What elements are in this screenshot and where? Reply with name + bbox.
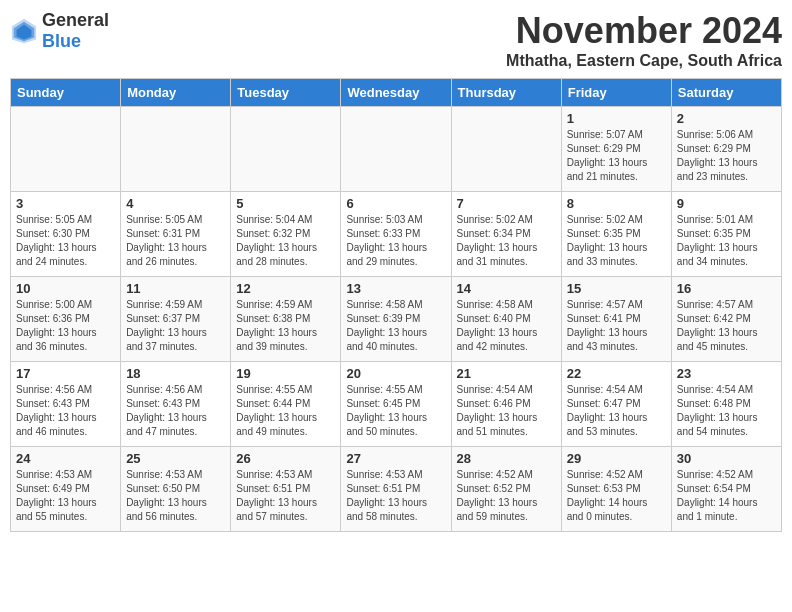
day-number: 30	[677, 451, 776, 466]
day-number: 4	[126, 196, 225, 211]
calendar-cell: 28Sunrise: 4:52 AM Sunset: 6:52 PM Dayli…	[451, 447, 561, 532]
day-number: 29	[567, 451, 666, 466]
calendar-cell: 7Sunrise: 5:02 AM Sunset: 6:34 PM Daylig…	[451, 192, 561, 277]
day-info: Sunrise: 5:01 AM Sunset: 6:35 PM Dayligh…	[677, 213, 776, 269]
month-title: November 2024	[506, 10, 782, 52]
day-number: 14	[457, 281, 556, 296]
day-info: Sunrise: 5:03 AM Sunset: 6:33 PM Dayligh…	[346, 213, 445, 269]
day-info: Sunrise: 4:53 AM Sunset: 6:49 PM Dayligh…	[16, 468, 115, 524]
day-number: 3	[16, 196, 115, 211]
day-number: 5	[236, 196, 335, 211]
day-number: 15	[567, 281, 666, 296]
calendar-cell: 30Sunrise: 4:52 AM Sunset: 6:54 PM Dayli…	[671, 447, 781, 532]
day-info: Sunrise: 4:56 AM Sunset: 6:43 PM Dayligh…	[16, 383, 115, 439]
day-number: 21	[457, 366, 556, 381]
day-info: Sunrise: 4:55 AM Sunset: 6:45 PM Dayligh…	[346, 383, 445, 439]
calendar-cell	[231, 107, 341, 192]
day-info: Sunrise: 4:52 AM Sunset: 6:53 PM Dayligh…	[567, 468, 666, 524]
calendar-cell: 6Sunrise: 5:03 AM Sunset: 6:33 PM Daylig…	[341, 192, 451, 277]
logo-general-text: General	[42, 10, 109, 30]
day-number: 28	[457, 451, 556, 466]
day-info: Sunrise: 5:00 AM Sunset: 6:36 PM Dayligh…	[16, 298, 115, 354]
day-info: Sunrise: 4:57 AM Sunset: 6:42 PM Dayligh…	[677, 298, 776, 354]
day-number: 13	[346, 281, 445, 296]
calendar-cell: 10Sunrise: 5:00 AM Sunset: 6:36 PM Dayli…	[11, 277, 121, 362]
day-info: Sunrise: 5:06 AM Sunset: 6:29 PM Dayligh…	[677, 128, 776, 184]
calendar-cell: 23Sunrise: 4:54 AM Sunset: 6:48 PM Dayli…	[671, 362, 781, 447]
calendar-cell: 5Sunrise: 5:04 AM Sunset: 6:32 PM Daylig…	[231, 192, 341, 277]
calendar-cell: 12Sunrise: 4:59 AM Sunset: 6:38 PM Dayli…	[231, 277, 341, 362]
calendar-cell: 9Sunrise: 5:01 AM Sunset: 6:35 PM Daylig…	[671, 192, 781, 277]
calendar-cell: 17Sunrise: 4:56 AM Sunset: 6:43 PM Dayli…	[11, 362, 121, 447]
day-info: Sunrise: 5:07 AM Sunset: 6:29 PM Dayligh…	[567, 128, 666, 184]
day-number: 24	[16, 451, 115, 466]
calendar-cell	[121, 107, 231, 192]
day-number: 11	[126, 281, 225, 296]
calendar-cell	[451, 107, 561, 192]
day-of-week-header: Thursday	[451, 79, 561, 107]
day-info: Sunrise: 4:57 AM Sunset: 6:41 PM Dayligh…	[567, 298, 666, 354]
day-number: 6	[346, 196, 445, 211]
calendar-week-row: 17Sunrise: 4:56 AM Sunset: 6:43 PM Dayli…	[11, 362, 782, 447]
day-number: 9	[677, 196, 776, 211]
calendar-table: SundayMondayTuesdayWednesdayThursdayFrid…	[10, 78, 782, 532]
calendar-week-row: 1Sunrise: 5:07 AM Sunset: 6:29 PM Daylig…	[11, 107, 782, 192]
day-number: 1	[567, 111, 666, 126]
day-number: 8	[567, 196, 666, 211]
day-number: 20	[346, 366, 445, 381]
day-info: Sunrise: 4:52 AM Sunset: 6:52 PM Dayligh…	[457, 468, 556, 524]
calendar-cell: 22Sunrise: 4:54 AM Sunset: 6:47 PM Dayli…	[561, 362, 671, 447]
calendar-cell: 3Sunrise: 5:05 AM Sunset: 6:30 PM Daylig…	[11, 192, 121, 277]
day-info: Sunrise: 4:58 AM Sunset: 6:40 PM Dayligh…	[457, 298, 556, 354]
calendar-cell: 16Sunrise: 4:57 AM Sunset: 6:42 PM Dayli…	[671, 277, 781, 362]
calendar-cell: 27Sunrise: 4:53 AM Sunset: 6:51 PM Dayli…	[341, 447, 451, 532]
location-title: Mthatha, Eastern Cape, South Africa	[506, 52, 782, 70]
logo: General Blue	[10, 10, 109, 52]
day-number: 10	[16, 281, 115, 296]
header: General Blue November 2024 Mthatha, East…	[10, 10, 782, 70]
day-number: 19	[236, 366, 335, 381]
day-number: 2	[677, 111, 776, 126]
calendar-cell: 24Sunrise: 4:53 AM Sunset: 6:49 PM Dayli…	[11, 447, 121, 532]
day-info: Sunrise: 4:54 AM Sunset: 6:48 PM Dayligh…	[677, 383, 776, 439]
day-info: Sunrise: 4:54 AM Sunset: 6:46 PM Dayligh…	[457, 383, 556, 439]
calendar-cell: 14Sunrise: 4:58 AM Sunset: 6:40 PM Dayli…	[451, 277, 561, 362]
calendar-cell: 25Sunrise: 4:53 AM Sunset: 6:50 PM Dayli…	[121, 447, 231, 532]
day-info: Sunrise: 5:05 AM Sunset: 6:31 PM Dayligh…	[126, 213, 225, 269]
calendar-cell: 11Sunrise: 4:59 AM Sunset: 6:37 PM Dayli…	[121, 277, 231, 362]
calendar-header-row: SundayMondayTuesdayWednesdayThursdayFrid…	[11, 79, 782, 107]
day-number: 12	[236, 281, 335, 296]
day-info: Sunrise: 4:56 AM Sunset: 6:43 PM Dayligh…	[126, 383, 225, 439]
day-of-week-header: Wednesday	[341, 79, 451, 107]
day-info: Sunrise: 4:52 AM Sunset: 6:54 PM Dayligh…	[677, 468, 776, 524]
day-number: 16	[677, 281, 776, 296]
calendar-week-row: 24Sunrise: 4:53 AM Sunset: 6:49 PM Dayli…	[11, 447, 782, 532]
day-info: Sunrise: 5:04 AM Sunset: 6:32 PM Dayligh…	[236, 213, 335, 269]
day-info: Sunrise: 4:55 AM Sunset: 6:44 PM Dayligh…	[236, 383, 335, 439]
calendar-week-row: 3Sunrise: 5:05 AM Sunset: 6:30 PM Daylig…	[11, 192, 782, 277]
day-info: Sunrise: 4:53 AM Sunset: 6:51 PM Dayligh…	[346, 468, 445, 524]
calendar-cell: 2Sunrise: 5:06 AM Sunset: 6:29 PM Daylig…	[671, 107, 781, 192]
day-info: Sunrise: 4:53 AM Sunset: 6:51 PM Dayligh…	[236, 468, 335, 524]
calendar-cell: 21Sunrise: 4:54 AM Sunset: 6:46 PM Dayli…	[451, 362, 561, 447]
day-of-week-header: Sunday	[11, 79, 121, 107]
day-number: 22	[567, 366, 666, 381]
day-number: 7	[457, 196, 556, 211]
calendar-cell	[11, 107, 121, 192]
calendar-cell: 8Sunrise: 5:02 AM Sunset: 6:35 PM Daylig…	[561, 192, 671, 277]
day-of-week-header: Monday	[121, 79, 231, 107]
calendar-cell: 18Sunrise: 4:56 AM Sunset: 6:43 PM Dayli…	[121, 362, 231, 447]
day-info: Sunrise: 4:58 AM Sunset: 6:39 PM Dayligh…	[346, 298, 445, 354]
day-info: Sunrise: 4:59 AM Sunset: 6:37 PM Dayligh…	[126, 298, 225, 354]
logo-icon	[10, 17, 38, 45]
day-info: Sunrise: 4:53 AM Sunset: 6:50 PM Dayligh…	[126, 468, 225, 524]
calendar-cell: 20Sunrise: 4:55 AM Sunset: 6:45 PM Dayli…	[341, 362, 451, 447]
day-info: Sunrise: 4:54 AM Sunset: 6:47 PM Dayligh…	[567, 383, 666, 439]
day-of-week-header: Saturday	[671, 79, 781, 107]
day-number: 27	[346, 451, 445, 466]
day-info: Sunrise: 4:59 AM Sunset: 6:38 PM Dayligh…	[236, 298, 335, 354]
day-info: Sunrise: 5:02 AM Sunset: 6:34 PM Dayligh…	[457, 213, 556, 269]
calendar-cell: 26Sunrise: 4:53 AM Sunset: 6:51 PM Dayli…	[231, 447, 341, 532]
day-number: 26	[236, 451, 335, 466]
calendar-cell: 4Sunrise: 5:05 AM Sunset: 6:31 PM Daylig…	[121, 192, 231, 277]
